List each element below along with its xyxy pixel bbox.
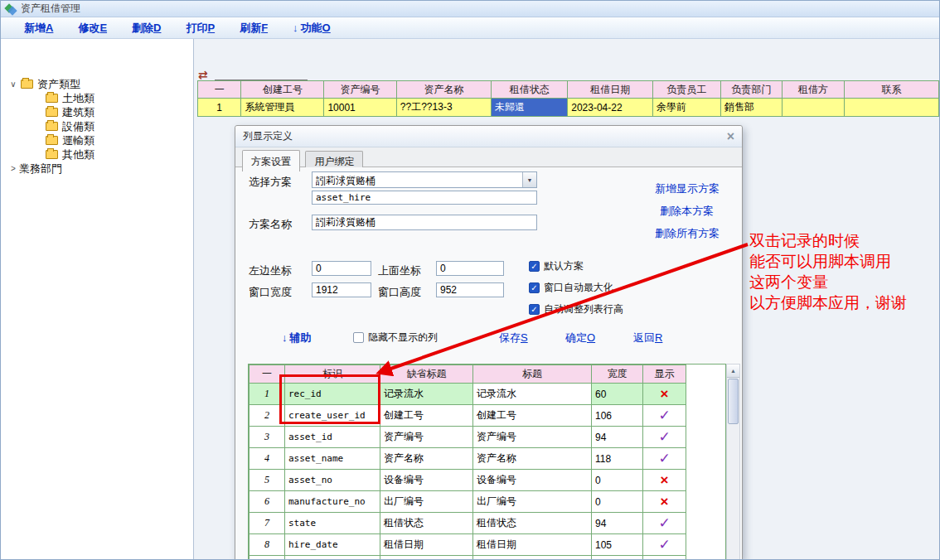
auto-row-height-checkbox[interactable]: 自动调整列表行高 <box>529 302 623 316</box>
grid-row[interactable]: 7state租借状态租借状态94✓ <box>250 513 686 534</box>
save-button[interactable]: 保存S <box>499 331 528 345</box>
scheme-select[interactable]: 訠莉浗質赂桶 ▼ <box>312 171 537 188</box>
grid-cell-id[interactable]: state <box>285 513 380 534</box>
close-icon[interactable]: × <box>727 130 734 143</box>
grid-cell-width[interactable]: 60 <box>592 384 643 405</box>
asset-column-header[interactable]: 租借方 <box>783 81 845 99</box>
asset-cell[interactable] <box>844 99 938 117</box>
delete-scheme-link[interactable]: 删除本方案 <box>660 204 714 219</box>
caret-collapsed-icon[interactable]: > <box>7 164 19 173</box>
grid-row[interactable]: 3asset_id资产编号资产编号94✓ <box>250 427 686 448</box>
scroll-up-button[interactable]: ▲ <box>727 364 739 378</box>
confirm-button[interactable]: 确定O <box>565 331 595 345</box>
asset-column-header[interactable]: 创建工号 <box>241 81 324 99</box>
scrollbar-thumb[interactable] <box>728 379 739 424</box>
toolbar-refresh-button[interactable]: 刷新F <box>240 21 268 36</box>
grid-cell-visible[interactable]: ✓ <box>643 513 686 534</box>
caret-expanded-icon[interactable]: ∨ <box>7 80 19 89</box>
asset-cell[interactable] <box>783 99 845 117</box>
grid-cell-visible[interactable]: × <box>643 470 686 491</box>
asset-cell[interactable]: 未歸還 <box>492 99 568 117</box>
grid-row[interactable]: 9emp_id负责员工负责员工84✓ <box>250 556 686 560</box>
toolbar-edit-button[interactable]: 修改E <box>78 21 107 36</box>
tree-item-other[interactable]: 其他類 <box>1 147 193 162</box>
asset-column-header[interactable]: 租借日期 <box>568 81 653 99</box>
add-display-scheme-link[interactable]: 新增显示方案 <box>655 181 720 196</box>
asset-column-header[interactable]: 联系 <box>844 81 938 99</box>
asset-column-header[interactable]: 负责员工 <box>653 81 721 99</box>
combo-dropdown-button[interactable]: ▼ <box>522 172 536 187</box>
grid-column-header[interactable]: 显示 <box>643 365 686 384</box>
scheme-name-input[interactable]: 訠莉浗質赂桶 <box>312 215 537 230</box>
grid-cell-default-title[interactable]: 出厂编号 <box>380 491 473 513</box>
scheme-code-input[interactable]: asset_hire <box>312 191 537 205</box>
grid-cell-visible[interactable]: ✓ <box>643 405 686 427</box>
tab-scheme-settings[interactable]: 方案设置 <box>242 150 300 171</box>
grid-column-header[interactable]: 宽度 <box>592 365 643 384</box>
toolbar-delete-button[interactable]: 删除D <box>132 21 161 36</box>
swap-columns-icon[interactable]: ⇄ <box>198 69 208 80</box>
grid-row[interactable]: 5asset_no设备编号设备编号0× <box>250 470 686 491</box>
default-scheme-checkbox[interactable]: 默认方案 <box>529 259 584 273</box>
auto-maximize-checkbox[interactable]: 窗口自动最大化 <box>529 281 613 295</box>
aux-button[interactable]: ↓辅助 <box>282 331 312 345</box>
asset-cell[interactable]: 2023-04-22 <box>568 99 653 117</box>
toolbar-print-button[interactable]: 打印P <box>186 21 215 36</box>
grid-cell-id[interactable]: asset_id <box>285 427 380 448</box>
grid-cell-title[interactable]: 资产编号 <box>473 427 592 448</box>
asset-column-header[interactable]: 租借状态 <box>492 81 568 99</box>
grid-cell-title[interactable]: 设备编号 <box>473 470 592 491</box>
left-coord-input[interactable]: 0 <box>312 261 371 276</box>
grid-cell-visible[interactable]: ✓ <box>643 534 686 556</box>
grid-cell-default-title[interactable]: 创建工号 <box>380 405 473 427</box>
grid-row[interactable]: 6manufacture_no出厂编号出厂编号0× <box>250 491 686 513</box>
tree-item-equipment[interactable]: 設備類 <box>1 119 193 133</box>
grid-scrollbar[interactable]: ▲ <box>726 364 740 560</box>
grid-cell-default-title[interactable]: 租借日期 <box>380 534 473 556</box>
grid-cell-id[interactable]: create_user_id <box>285 405 380 427</box>
grid-cell-title[interactable]: 记录流水 <box>473 384 592 405</box>
grid-cell-id[interactable]: emp_id <box>285 556 380 560</box>
asset-cell[interactable]: 系統管理員 <box>241 99 324 117</box>
grid-cell-title[interactable]: 资产名称 <box>473 448 592 470</box>
grid-row[interactable]: 1rec_id记录流水记录流水60× <box>250 384 686 405</box>
grid-cell-default-title[interactable]: 负责员工 <box>380 556 473 560</box>
tree-item-building[interactable]: 建筑類 <box>1 105 193 119</box>
grid-cell-width[interactable]: 0 <box>592 491 643 513</box>
asset-row[interactable]: 1系統管理員10001??工??13-3未歸還2023-04-22余學前銷售部 <box>198 99 939 117</box>
grid-cell-visible[interactable]: × <box>643 491 686 513</box>
grid-cell-visible[interactable]: × <box>643 384 686 405</box>
return-button[interactable]: 返回R <box>633 331 662 345</box>
toolbar-new-button[interactable]: 新增A <box>24 21 53 36</box>
grid-cell-width[interactable]: 94 <box>592 427 643 448</box>
grid-column-header[interactable]: 标题 <box>473 365 592 384</box>
grid-column-header[interactable]: 一 <box>250 365 285 384</box>
asset-column-header[interactable]: 资产编号 <box>324 81 396 99</box>
top-coord-input[interactable]: 0 <box>436 261 504 276</box>
grid-cell-title[interactable]: 负责员工 <box>473 556 592 560</box>
grid-column-header[interactable]: 标识 <box>285 365 380 384</box>
toolbar-functions-button[interactable]: ↓功能O <box>293 21 331 36</box>
grid-cell-title[interactable]: 租借日期 <box>473 534 592 556</box>
grid-cell-visible[interactable]: ✓ <box>643 556 686 560</box>
asset-cell[interactable]: ??工??13-3 <box>396 99 491 117</box>
asset-cell[interactable]: 10001 <box>324 99 396 117</box>
asset-column-header[interactable]: 负责部门 <box>720 81 782 99</box>
asset-column-header[interactable]: 一 <box>198 81 241 99</box>
window-width-input[interactable]: 1912 <box>312 282 371 297</box>
asset-column-header[interactable]: 资产名称 <box>396 81 491 99</box>
grid-cell-title[interactable]: 出厂编号 <box>473 491 592 513</box>
grid-cell-id[interactable]: asset_name <box>285 448 380 470</box>
grid-cell-default-title[interactable]: 资产名称 <box>380 448 473 470</box>
grid-cell-title[interactable]: 创建工号 <box>473 405 592 427</box>
filter-input[interactable] <box>215 69 308 80</box>
grid-cell-id[interactable]: asset_no <box>285 470 380 491</box>
asset-cell[interactable]: 銷售部 <box>720 99 782 117</box>
grid-cell-visible[interactable]: ✓ <box>643 427 686 448</box>
hide-hidden-columns-checkbox[interactable]: 隐藏不显示的列 <box>353 331 438 345</box>
grid-cell-width[interactable]: 118 <box>592 448 643 470</box>
grid-row[interactable]: 8hire_date租借日期租借日期105✓ <box>250 534 686 556</box>
grid-cell-title[interactable]: 租借状态 <box>473 513 592 534</box>
grid-cell-default-title[interactable]: 设备编号 <box>380 470 473 491</box>
grid-column-header[interactable]: 缺省标题 <box>380 365 473 384</box>
